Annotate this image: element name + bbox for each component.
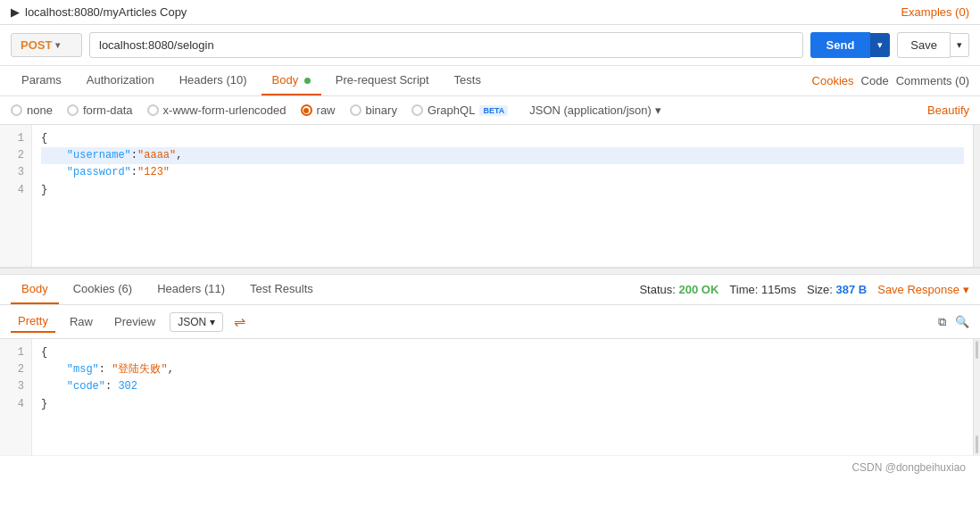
wrap-icon[interactable]: ⇌: [234, 313, 245, 330]
request-bar: POST ▾ Send ▾ Save ▾: [0, 25, 980, 66]
examples-button[interactable]: Examples (0): [901, 5, 969, 19]
beautify-button[interactable]: Beautify: [927, 103, 969, 117]
time-label: Time: 115ms: [729, 283, 796, 296]
option-graphql[interactable]: GraphQL BETA: [411, 103, 508, 117]
response-tab-cookies[interactable]: Cookies (6): [62, 275, 143, 304]
format-raw[interactable]: Raw: [62, 311, 100, 332]
search-icon[interactable]: 🔍: [955, 315, 969, 328]
beta-badge: BETA: [479, 105, 508, 116]
json-type-selector[interactable]: JSON (application/json) ▾: [529, 103, 661, 117]
format-preview[interactable]: Preview: [107, 311, 162, 332]
copy-icon[interactable]: ⧉: [938, 315, 946, 329]
body-options: none form-data x-www-form-urlencoded raw…: [0, 96, 980, 125]
tab-pre-request[interactable]: Pre-request Script: [325, 66, 440, 95]
breadcrumb: ▶ localhost:8080/myArticles Copy: [11, 5, 187, 19]
format-type-dropdown[interactable]: JSON ▾: [170, 312, 223, 332]
line-number: 4: [7, 182, 24, 199]
response-code-content[interactable]: { "msg": "登陆失败", "code": 302 }: [32, 339, 973, 455]
send-button[interactable]: Send: [810, 32, 871, 58]
request-code-editor: 1 2 3 4 { "username":"aaaa", "password":…: [0, 125, 980, 268]
body-active-dot: [304, 78, 311, 84]
breadcrumb-title[interactable]: localhost:8080/myArticles Copy: [25, 5, 187, 19]
radio-raw: [301, 104, 312, 116]
response-tab-body[interactable]: Body: [11, 275, 59, 304]
radio-graphql: [411, 104, 423, 116]
section-divider: [0, 268, 980, 275]
save-response-button[interactable]: Save Response ▾: [877, 283, 969, 296]
option-form-data[interactable]: form-data: [67, 103, 133, 117]
response-line-numbers: 1 2 3 4: [0, 339, 32, 455]
response-tab-test-results[interactable]: Test Results: [239, 275, 324, 304]
status-value: 200 OK: [678, 283, 718, 296]
send-dropdown-button[interactable]: ▾: [870, 33, 890, 57]
line-number: 1: [7, 130, 24, 147]
request-tabs: Params Authorization Headers (10) Body P…: [0, 66, 980, 96]
line-number: 3: [7, 164, 24, 181]
top-bar: ▶ localhost:8080/myArticles Copy Example…: [0, 0, 980, 25]
tab-headers[interactable]: Headers (10): [169, 66, 258, 95]
tab-tests[interactable]: Tests: [444, 66, 492, 95]
save-response-caret-icon: ▾: [963, 283, 969, 296]
radio-x-www: [147, 104, 159, 116]
option-none[interactable]: none: [11, 103, 53, 117]
line-number: 4: [7, 396, 24, 413]
size-label: Size: 387 B: [807, 283, 867, 296]
save-button[interactable]: Save: [897, 32, 951, 58]
format-caret-icon: ▾: [210, 316, 215, 328]
response-format-bar: Pretty Raw Preview JSON ▾ ⇌ ⧉ 🔍: [0, 305, 980, 339]
method-dropdown[interactable]: POST ▾: [11, 33, 82, 57]
tab-authorization[interactable]: Authorization: [76, 66, 165, 95]
response-tabs: Body Cookies (6) Headers (11) Test Resul…: [0, 275, 980, 305]
method-caret-icon: ▾: [55, 40, 60, 50]
request-code-content[interactable]: { "username":"aaaa", "password":"123" }: [32, 125, 973, 267]
format-right-icons: ⧉ 🔍: [938, 315, 969, 329]
option-raw[interactable]: raw: [301, 103, 336, 117]
radio-form-data: [67, 104, 79, 116]
radio-binary: [350, 104, 361, 116]
size-value: 387 B: [836, 283, 868, 296]
cookies-link[interactable]: Cookies: [812, 74, 854, 87]
format-pretty[interactable]: Pretty: [11, 310, 55, 333]
line-number: 1: [7, 344, 24, 361]
arrow-icon: ▶: [11, 5, 20, 19]
method-label: POST: [21, 38, 52, 52]
editor-scrollbar[interactable]: [973, 125, 980, 267]
line-number: 2: [7, 361, 24, 378]
watermark: CSDN @dongbeihuxiao: [0, 455, 980, 479]
comments-link[interactable]: Comments (0): [896, 74, 969, 87]
response-code-area: 1 2 3 4 { "msg": "登陆失败", "code": 302 }: [0, 339, 980, 455]
line-number: 3: [7, 378, 24, 395]
json-caret-icon: ▾: [655, 103, 661, 117]
response-tab-headers[interactable]: Headers (11): [146, 275, 236, 304]
tab-params[interactable]: Params: [11, 66, 72, 95]
response-scrollbar[interactable]: [973, 339, 980, 455]
option-x-www[interactable]: x-www-form-urlencoded: [147, 103, 287, 117]
response-status-bar: Status: 200 OK Time: 115ms Size: 387 B S…: [639, 283, 969, 296]
url-input[interactable]: [89, 32, 803, 58]
option-binary[interactable]: binary: [350, 103, 397, 117]
tab-body[interactable]: Body: [262, 66, 321, 95]
save-dropdown-button[interactable]: ▾: [951, 33, 969, 57]
radio-none: [11, 104, 22, 116]
status-label: Status: 200 OK: [639, 283, 718, 296]
request-line-numbers: 1 2 3 4: [0, 125, 32, 267]
tab-right-actions: Cookies Code Comments (0): [812, 74, 969, 87]
code-link[interactable]: Code: [861, 74, 889, 87]
line-number: 2: [7, 147, 24, 164]
